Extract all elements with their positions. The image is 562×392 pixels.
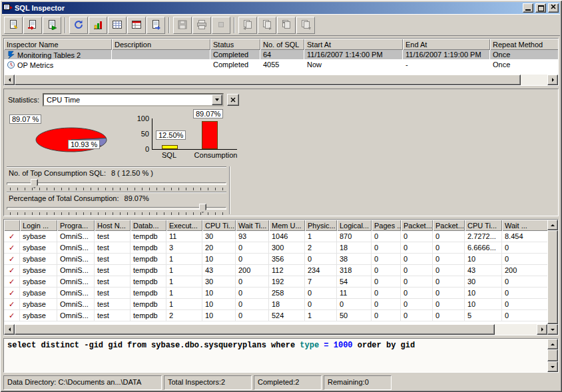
grid-hscrollbar-right-button[interactable]: [537, 324, 547, 335]
grid-row[interactable]: ✓sybaseOmniS...testtempdb113093104618700…: [4, 231, 547, 242]
inspector-column-3[interactable]: No. of SQL: [260, 39, 304, 50]
grid-view-button[interactable]: [108, 17, 127, 34]
inspector-hscrollbar-track[interactable]: [15, 75, 547, 85]
grid-row[interactable]: ✓sybaseOmniS...testtempdb210052415000050: [4, 310, 547, 321]
inspector-hscrollbar-left-button[interactable]: [4, 75, 15, 85]
app-window: SQL Inspector Inspector NameDescriptionS…: [0, 0, 562, 392]
top-sql-slider[interactable]: [7, 178, 226, 192]
red-check-icon[interactable]: ✓: [4, 265, 20, 276]
sql-vscrollbar-track[interactable]: [547, 349, 558, 361]
move-down-button[interactable]: [296, 17, 315, 34]
statistics-select[interactable]: CPU Time: [43, 93, 224, 106]
grid-column-7[interactable]: Wait Ti...: [236, 220, 269, 231]
inspector-row[interactable]: OP MetricsCompleted4055Now-Once: [4, 60, 558, 70]
export-icon: [150, 19, 161, 31]
grid-hscrollbar-left-button[interactable]: [4, 324, 15, 335]
grid-column-8[interactable]: Mem U...: [269, 220, 305, 231]
red-check-icon[interactable]: ✓: [4, 310, 20, 321]
inspector-column-0[interactable]: Inspector Name: [4, 39, 112, 50]
grid-column-9[interactable]: Physic...: [305, 220, 337, 231]
sql-vscrollbar-down-button[interactable]: [547, 361, 558, 372]
grid-icon: [112, 19, 123, 31]
report-view-button[interactable]: [127, 17, 146, 34]
grid-column-10[interactable]: Logical...: [337, 220, 372, 231]
grid-column-6[interactable]: CPU Ti...: [202, 220, 236, 231]
slider-groove[interactable]: [7, 182, 226, 185]
sql-vscrollbar[interactable]: [547, 339, 558, 372]
inspector-column-4[interactable]: Start At: [304, 39, 403, 50]
stop-button[interactable]: [212, 17, 230, 34]
close-button[interactable]: [548, 3, 559, 13]
grid-column-11[interactable]: Pages ...: [372, 220, 401, 231]
grid-vscrollbar-track[interactable]: [547, 230, 558, 324]
grid-hscrollbar-thumb[interactable]: [15, 324, 495, 335]
run-inspector-button[interactable]: [43, 17, 61, 34]
print-button[interactable]: [192, 17, 211, 34]
sql-vscrollbar-up-button[interactable]: [547, 339, 558, 349]
slider-thumb[interactable]: [31, 179, 38, 188]
export-button[interactable]: [146, 17, 165, 34]
grid-row[interactable]: ✓sybaseOmniS...testtempdb110035603800010…: [4, 254, 547, 265]
status-total-inspectors: Total Inspectors:2: [164, 375, 252, 390]
grid-vscrollbar[interactable]: [547, 220, 558, 335]
copy-forward-button[interactable]: [258, 17, 276, 34]
slider-groove[interactable]: [7, 207, 226, 210]
sql-token: order by: [358, 341, 401, 350]
grid-column-3[interactable]: Host N...: [95, 220, 131, 231]
slider-thumb[interactable]: [199, 204, 206, 213]
x-label-sql: SQL: [154, 151, 184, 159]
grid-vscrollbar-down-button[interactable]: [547, 324, 558, 335]
create-inspector-button[interactable]: [4, 17, 23, 34]
statistics-button[interactable]: [89, 17, 107, 34]
grid-column-2[interactable]: Progra...: [57, 220, 95, 231]
statistics-dropdown-button[interactable]: [212, 95, 222, 105]
separator: [7, 192, 226, 193]
grid-column-1[interactable]: Login ...: [20, 220, 57, 231]
inspector-column-1[interactable]: Description: [112, 39, 210, 50]
red-check-icon[interactable]: ✓: [4, 231, 20, 242]
sheets-up-icon: [281, 19, 292, 31]
sql-vscrollbar-thumb[interactable]: [547, 349, 558, 361]
move-up-button[interactable]: [277, 17, 296, 34]
grid-row[interactable]: ✓sybaseOmniS...testtempdb110025801100010…: [4, 288, 547, 299]
consumption-slider[interactable]: [7, 203, 226, 216]
grid-column-15[interactable]: Wait ...: [502, 220, 547, 231]
grid-column-12[interactable]: Packet...: [401, 220, 433, 231]
red-check-icon[interactable]: ✓: [4, 254, 20, 265]
red-check-icon[interactable]: ✓: [4, 288, 20, 299]
minimize-button[interactable]: [523, 3, 533, 13]
bar-label-consumption: 89.07%: [193, 109, 223, 118]
open-inspector-button[interactable]: [23, 17, 42, 34]
copy-back-button[interactable]: [238, 17, 257, 34]
save-button[interactable]: [173, 17, 192, 34]
grid-vscrollbar-up-button[interactable]: [547, 220, 558, 230]
grid-row[interactable]: ✓sybaseOmniS...testtempdb143200112234318…: [4, 265, 547, 276]
grid-hscrollbar[interactable]: [4, 324, 547, 335]
grid-column-4[interactable]: Datab...: [131, 220, 166, 231]
grid-vscrollbar-thumb[interactable]: [547, 230, 558, 324]
close-statistics-button[interactable]: [227, 94, 239, 106]
red-check-icon[interactable]: ✓: [4, 242, 20, 254]
inspector-column-2[interactable]: Status: [210, 39, 260, 50]
red-check-icon[interactable]: ✓: [4, 299, 20, 310]
grid-row[interactable]: ✓sybaseOmniS...testtempdb32003002180006.…: [4, 242, 547, 254]
refresh-button[interactable]: [69, 17, 88, 34]
maximize-button[interactable]: [535, 3, 546, 13]
inspector-hscrollbar[interactable]: [4, 75, 558, 85]
inspector-row[interactable]: Monitoring Tables 2Completed6411/16/2007…: [4, 50, 558, 60]
inspector-hscrollbar-right-button[interactable]: [547, 75, 558, 85]
grid-row[interactable]: ✓sybaseOmniS...testtempdb130019275400030…: [4, 276, 547, 288]
inspector-hscrollbar-thumb[interactable]: [15, 75, 521, 85]
grid-column-0[interactable]: [4, 220, 20, 231]
inspector-column-5[interactable]: End At: [403, 39, 490, 50]
grid-column-13[interactable]: Packet...: [433, 220, 465, 231]
grid-hscrollbar-track[interactable]: [15, 324, 537, 335]
sql-result-grid: Login ...Progra...Host N...Datab...Execu…: [3, 219, 559, 335]
sql-text[interactable]: select distinct -gid gid from sybase.dbo…: [4, 339, 547, 372]
grid-row[interactable]: ✓sybaseOmniS...testtempdb11001800000100: [4, 299, 547, 310]
red-check-icon[interactable]: ✓: [4, 276, 20, 288]
inspector-column-6[interactable]: Repeat Method: [490, 39, 558, 50]
grid-column-5[interactable]: Execut...: [166, 220, 202, 231]
bar-label-sql: 12.50%: [156, 130, 186, 140]
grid-column-14[interactable]: CPU Ti...: [465, 220, 502, 231]
